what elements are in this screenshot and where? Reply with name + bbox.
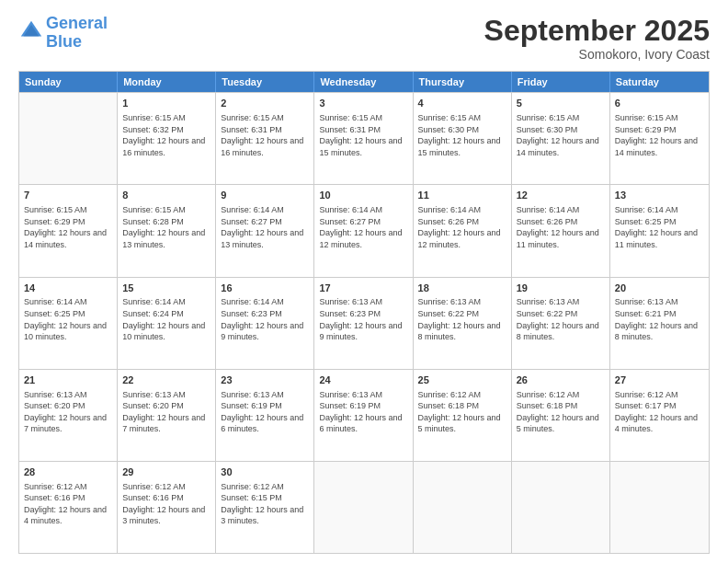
- calendar-cell: 29Sunrise: 6:12 AMSunset: 6:16 PMDayligh…: [118, 462, 216, 553]
- calendar-cell: [512, 462, 610, 553]
- calendar-cell: 7Sunrise: 6:15 AMSunset: 6:29 PMDaylight…: [19, 185, 118, 276]
- day-number: 25: [418, 373, 506, 387]
- weekday-header: Saturday: [610, 72, 709, 92]
- calendar-cell: 24Sunrise: 6:13 AMSunset: 6:19 PMDayligh…: [314, 370, 413, 461]
- day-info: Sunrise: 6:14 AMSunset: 6:25 PMDaylight:…: [615, 204, 704, 250]
- calendar-cell: 26Sunrise: 6:12 AMSunset: 6:18 PMDayligh…: [512, 370, 610, 461]
- day-number: 30: [221, 465, 309, 479]
- day-info: Sunrise: 6:13 AMSunset: 6:19 PMDaylight:…: [319, 389, 407, 435]
- day-number: 17: [319, 282, 407, 295]
- calendar-cell: 11Sunrise: 6:14 AMSunset: 6:26 PMDayligh…: [414, 185, 512, 276]
- day-number: 9: [221, 189, 309, 202]
- calendar-row: 14Sunrise: 6:14 AMSunset: 6:25 PMDayligh…: [19, 277, 709, 369]
- day-number: 3: [319, 97, 407, 110]
- month-title: September 2025: [484, 15, 710, 47]
- day-info: Sunrise: 6:12 AMSunset: 6:16 PMDaylight:…: [122, 481, 210, 527]
- calendar-cell: 23Sunrise: 6:13 AMSunset: 6:19 PMDayligh…: [216, 370, 314, 461]
- calendar-body: 1Sunrise: 6:15 AMSunset: 6:32 PMDaylight…: [19, 92, 709, 553]
- calendar-cell: 6Sunrise: 6:15 AMSunset: 6:29 PMDaylight…: [610, 93, 709, 184]
- day-info: Sunrise: 6:13 AMSunset: 6:21 PMDaylight:…: [615, 296, 704, 342]
- day-number: 16: [221, 282, 309, 295]
- calendar-cell: 15Sunrise: 6:14 AMSunset: 6:24 PMDayligh…: [118, 278, 216, 369]
- day-number: 12: [517, 189, 605, 202]
- day-number: 8: [122, 189, 210, 202]
- day-info: Sunrise: 6:14 AMSunset: 6:24 PMDaylight:…: [122, 296, 210, 342]
- day-info: Sunrise: 6:12 AMSunset: 6:18 PMDaylight:…: [517, 389, 605, 435]
- calendar-cell: 25Sunrise: 6:12 AMSunset: 6:18 PMDayligh…: [414, 370, 512, 461]
- day-number: 21: [24, 373, 112, 387]
- day-info: Sunrise: 6:15 AMSunset: 6:28 PMDaylight:…: [122, 204, 210, 250]
- day-info: Sunrise: 6:14 AMSunset: 6:27 PMDaylight:…: [319, 204, 407, 250]
- calendar-cell: 8Sunrise: 6:15 AMSunset: 6:28 PMDaylight…: [118, 185, 216, 276]
- day-info: Sunrise: 6:15 AMSunset: 6:31 PMDaylight:…: [319, 112, 407, 158]
- calendar-cell: 2Sunrise: 6:15 AMSunset: 6:31 PMDaylight…: [216, 93, 314, 184]
- day-number: 23: [221, 373, 309, 387]
- weekday-header: Monday: [118, 72, 216, 92]
- day-number: 15: [122, 282, 210, 295]
- calendar-row: 21Sunrise: 6:13 AMSunset: 6:20 PMDayligh…: [19, 369, 709, 461]
- day-number: 11: [418, 189, 506, 202]
- calendar-cell: 3Sunrise: 6:15 AMSunset: 6:31 PMDaylight…: [314, 93, 413, 184]
- calendar-row: 7Sunrise: 6:15 AMSunset: 6:29 PMDaylight…: [19, 184, 709, 276]
- calendar-cell: 28Sunrise: 6:12 AMSunset: 6:16 PMDayligh…: [19, 462, 118, 553]
- calendar-cell: [610, 462, 709, 553]
- day-number: 14: [24, 282, 112, 295]
- calendar-cell: 19Sunrise: 6:13 AMSunset: 6:22 PMDayligh…: [512, 278, 610, 369]
- calendar-cell: 5Sunrise: 6:15 AMSunset: 6:30 PMDaylight…: [512, 93, 610, 184]
- day-number: 20: [615, 282, 704, 295]
- day-info: Sunrise: 6:14 AMSunset: 6:27 PMDaylight:…: [221, 204, 309, 250]
- day-info: Sunrise: 6:15 AMSunset: 6:30 PMDaylight:…: [517, 112, 605, 158]
- day-number: 6: [615, 97, 704, 110]
- day-number: 10: [319, 189, 407, 202]
- calendar-cell: [314, 462, 413, 553]
- day-info: Sunrise: 6:13 AMSunset: 6:22 PMDaylight:…: [517, 296, 605, 342]
- calendar-cell: 10Sunrise: 6:14 AMSunset: 6:27 PMDayligh…: [314, 185, 413, 276]
- day-number: 24: [319, 373, 407, 387]
- day-info: Sunrise: 6:15 AMSunset: 6:31 PMDaylight:…: [221, 112, 309, 158]
- day-info: Sunrise: 6:13 AMSunset: 6:20 PMDaylight:…: [122, 389, 210, 435]
- calendar: SundayMondayTuesdayWednesdayThursdayFrid…: [18, 71, 710, 554]
- day-info: Sunrise: 6:13 AMSunset: 6:19 PMDaylight:…: [221, 389, 309, 435]
- day-number: 4: [418, 97, 506, 110]
- title-block: September 2025 Somokoro, Ivory Coast: [484, 15, 710, 62]
- calendar-cell: 13Sunrise: 6:14 AMSunset: 6:25 PMDayligh…: [610, 185, 709, 276]
- day-number: 5: [517, 97, 605, 110]
- calendar-cell: 16Sunrise: 6:14 AMSunset: 6:23 PMDayligh…: [216, 278, 314, 369]
- calendar-cell: 20Sunrise: 6:13 AMSunset: 6:21 PMDayligh…: [610, 278, 709, 369]
- logo-icon: [18, 18, 44, 44]
- location-subtitle: Somokoro, Ivory Coast: [484, 47, 710, 62]
- day-info: Sunrise: 6:13 AMSunset: 6:20 PMDaylight:…: [24, 389, 112, 435]
- day-info: Sunrise: 6:12 AMSunset: 6:17 PMDaylight:…: [615, 389, 704, 435]
- calendar-cell: 30Sunrise: 6:12 AMSunset: 6:15 PMDayligh…: [216, 462, 314, 553]
- page: General Blue September 2025 Somokoro, Iv…: [0, 0, 728, 563]
- calendar-cell: 9Sunrise: 6:14 AMSunset: 6:27 PMDaylight…: [216, 185, 314, 276]
- day-info: Sunrise: 6:15 AMSunset: 6:29 PMDaylight:…: [615, 112, 704, 158]
- calendar-cell: 4Sunrise: 6:15 AMSunset: 6:30 PMDaylight…: [414, 93, 512, 184]
- day-number: 2: [221, 97, 309, 110]
- calendar-cell: 12Sunrise: 6:14 AMSunset: 6:26 PMDayligh…: [512, 185, 610, 276]
- calendar-row: 28Sunrise: 6:12 AMSunset: 6:16 PMDayligh…: [19, 461, 709, 553]
- day-info: Sunrise: 6:12 AMSunset: 6:16 PMDaylight:…: [24, 481, 112, 527]
- calendar-cell: 17Sunrise: 6:13 AMSunset: 6:23 PMDayligh…: [314, 278, 413, 369]
- calendar-cell: 21Sunrise: 6:13 AMSunset: 6:20 PMDayligh…: [19, 370, 118, 461]
- day-info: Sunrise: 6:15 AMSunset: 6:29 PMDaylight:…: [24, 204, 112, 250]
- calendar-cell: [19, 93, 118, 184]
- calendar-cell: [414, 462, 512, 553]
- header: General Blue September 2025 Somokoro, Iv…: [18, 15, 710, 62]
- day-info: Sunrise: 6:14 AMSunset: 6:25 PMDaylight:…: [24, 296, 112, 342]
- calendar-cell: 27Sunrise: 6:12 AMSunset: 6:17 PMDayligh…: [610, 370, 709, 461]
- day-info: Sunrise: 6:15 AMSunset: 6:32 PMDaylight:…: [122, 112, 210, 158]
- weekday-header: Sunday: [19, 72, 118, 92]
- day-info: Sunrise: 6:13 AMSunset: 6:22 PMDaylight:…: [418, 296, 506, 342]
- weekday-header: Friday: [512, 72, 610, 92]
- day-info: Sunrise: 6:14 AMSunset: 6:26 PMDaylight:…: [517, 204, 605, 250]
- day-info: Sunrise: 6:13 AMSunset: 6:23 PMDaylight:…: [319, 296, 407, 342]
- day-number: 26: [517, 373, 605, 387]
- calendar-cell: 18Sunrise: 6:13 AMSunset: 6:22 PMDayligh…: [414, 278, 512, 369]
- calendar-cell: 14Sunrise: 6:14 AMSunset: 6:25 PMDayligh…: [19, 278, 118, 369]
- day-info: Sunrise: 6:14 AMSunset: 6:26 PMDaylight:…: [418, 204, 506, 250]
- day-number: 13: [615, 189, 704, 202]
- day-number: 28: [24, 465, 112, 479]
- day-number: 27: [615, 373, 704, 387]
- weekday-header: Tuesday: [216, 72, 314, 92]
